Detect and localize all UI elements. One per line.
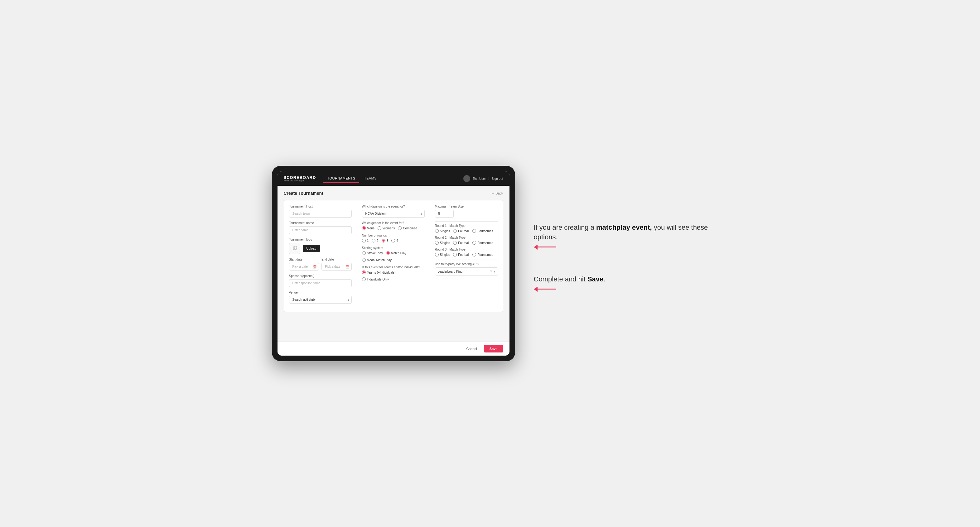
api-tag-text: Leaderboard King — [438, 270, 463, 273]
gender-label: Which gender is the event for? — [362, 221, 425, 225]
round3-singles-label: Singles — [440, 253, 450, 257]
individuals-only-label: Individuals Only — [367, 278, 389, 281]
round2-singles-option[interactable]: Singles — [435, 241, 450, 244]
start-date-wrapper: 📅 — [289, 263, 319, 270]
rounds-field: Number of rounds 1 2 — [362, 234, 425, 243]
rounds-4-option[interactable]: 4 — [391, 239, 398, 243]
rounds-3-radio[interactable] — [382, 239, 385, 243]
round1-foursomes-option[interactable]: Foursomes — [473, 229, 493, 233]
cancel-button[interactable]: Cancel — [462, 345, 481, 352]
round2-fourball-radio[interactable] — [453, 241, 457, 244]
user-name: Test User — [473, 177, 486, 181]
round1-match-type: Round 1 - Match Type Singles Fourball — [435, 224, 498, 233]
rounds-4-radio[interactable] — [391, 239, 395, 243]
round3-singles-radio[interactable] — [435, 253, 439, 257]
gender-radio-group: Mens Womens Combined — [362, 226, 425, 230]
scoring-match-option[interactable]: Match Play — [386, 251, 406, 255]
round3-foursomes-option[interactable]: Foursomes — [473, 253, 493, 257]
nav-tab-teams[interactable]: TEAMS — [360, 175, 380, 183]
rounds-1-radio[interactable] — [362, 239, 366, 243]
round3-radio-group: Singles Fourball Foursomes — [435, 253, 498, 257]
teams-plus-radio[interactable] — [362, 270, 366, 274]
upload-button[interactable]: Upload — [303, 245, 320, 252]
round1-radio-group: Singles Fourball Foursomes — [435, 229, 498, 233]
round1-fourball-option[interactable]: Fourball — [453, 229, 469, 233]
avatar — [463, 175, 470, 182]
tournament-name-input[interactable] — [289, 226, 352, 234]
rounds-2-option[interactable]: 2 — [372, 239, 379, 243]
rounds-label: Number of rounds — [362, 234, 425, 237]
gender-womens-option[interactable]: Womens — [378, 226, 395, 230]
gender-womens-radio[interactable] — [378, 226, 381, 230]
api-tag-arrow-icon[interactable]: ▾ — [493, 270, 495, 273]
footer-bar: Cancel Save — [277, 341, 509, 356]
round2-foursomes-label: Foursomes — [477, 241, 493, 244]
division-field: Which division is the event for? NCAA Di… — [362, 205, 425, 217]
scoring-medal-option[interactable]: Medal Match Play — [362, 258, 391, 262]
round1-foursomes-label: Foursomes — [477, 229, 493, 233]
sponsor-input[interactable] — [289, 279, 352, 287]
division-select[interactable]: NCAA Division I NCAA Division II NCAA Di… — [362, 210, 425, 217]
rounds-1-label: 1 — [367, 239, 369, 243]
save-arrow — [534, 287, 708, 292]
teams-plus-label: Teams (+Individuals) — [367, 271, 396, 274]
round3-fourball-radio[interactable] — [453, 253, 457, 257]
gender-combined-radio[interactable] — [398, 226, 402, 230]
page-title: Create Tournament — [284, 191, 323, 196]
individuals-only-radio[interactable] — [362, 277, 366, 281]
round3-fourball-option[interactable]: Fourball — [453, 253, 469, 257]
individuals-only-option[interactable]: Individuals Only — [362, 277, 389, 281]
logo-upload-row: 🖼 Upload — [289, 243, 352, 254]
round2-foursomes-radio[interactable] — [473, 241, 476, 244]
save-button[interactable]: Save — [484, 345, 503, 352]
round3-match-type: Round 3 - Match Type Singles Fourball — [435, 248, 498, 257]
teams-plus-option[interactable]: Teams (+Individuals) — [362, 270, 396, 274]
start-date-label: Start date — [289, 258, 319, 261]
max-team-size-label: Maximum Team Size — [435, 205, 498, 208]
gender-womens-label: Womens — [383, 227, 395, 230]
round1-singles-option[interactable]: Singles — [435, 229, 450, 233]
rounds-3-option[interactable]: 3 — [382, 239, 388, 243]
tournament-logo-label: Tournament logo — [289, 238, 352, 241]
sign-out-link[interactable]: Sign out — [492, 177, 503, 181]
round3-foursomes-radio[interactable] — [473, 253, 476, 257]
round2-foursomes-option[interactable]: Foursomes — [473, 241, 493, 244]
round2-singles-radio[interactable] — [435, 241, 439, 244]
round1-foursomes-radio[interactable] — [473, 229, 476, 233]
gender-mens-option[interactable]: Mens — [362, 226, 374, 230]
scoring-stroke-radio[interactable] — [362, 251, 366, 255]
venue-label: Venue — [289, 291, 352, 294]
max-team-size-input[interactable] — [435, 210, 454, 217]
round1-fourball-radio[interactable] — [453, 229, 457, 233]
calendar-icon-end: 📅 — [345, 265, 349, 268]
gender-mens-radio[interactable] — [362, 226, 366, 230]
round2-fourball-option[interactable]: Fourball — [453, 241, 469, 244]
nav-tab-tournaments[interactable]: TOURNAMENTS — [323, 175, 359, 183]
gender-mens-label: Mens — [367, 227, 374, 230]
image-icon: 🖼 — [293, 246, 297, 251]
date-fields: Start date 📅 End date — [289, 258, 352, 270]
division-select-wrapper: NCAA Division I NCAA Division II NCAA Di… — [362, 210, 425, 217]
gender-combined-option[interactable]: Combined — [398, 226, 417, 230]
brand-name: SCOREBOARD — [284, 175, 316, 179]
venue-select[interactable]: Search golf club — [289, 296, 352, 303]
rounds-2-radio[interactable] — [372, 239, 375, 243]
form-column-2: Which division is the event for? NCAA Di… — [357, 200, 430, 312]
scoring-medal-radio[interactable] — [362, 258, 366, 262]
main-content: Create Tournament ← Back Tournament Host… — [277, 186, 509, 341]
scoring-field: Scoring system Stroke Play Match Play — [362, 246, 425, 262]
rounds-radio-group: 1 2 3 — [362, 239, 425, 243]
round3-singles-option[interactable]: Singles — [435, 253, 450, 257]
rounds-1-option[interactable]: 1 — [362, 239, 369, 243]
round1-singles-radio[interactable] — [435, 229, 439, 233]
back-link[interactable]: ← Back — [491, 191, 503, 195]
page-wrapper: SCOREBOARD Powered by clippit TOURNAMENT… — [272, 166, 708, 361]
scoring-match-radio[interactable] — [386, 251, 390, 255]
scoring-stroke-option[interactable]: Stroke Play — [362, 251, 383, 255]
api-tag-close-icon[interactable]: × — [490, 269, 492, 274]
save-annotation: Complete and hit Save. — [534, 275, 708, 292]
end-date-field: End date 📅 — [321, 258, 352, 270]
api-select-tag[interactable]: Leaderboard King × ▾ — [435, 267, 498, 276]
tournament-host-input[interactable] — [289, 210, 352, 217]
round1-fourball-label: Fourball — [458, 229, 469, 233]
